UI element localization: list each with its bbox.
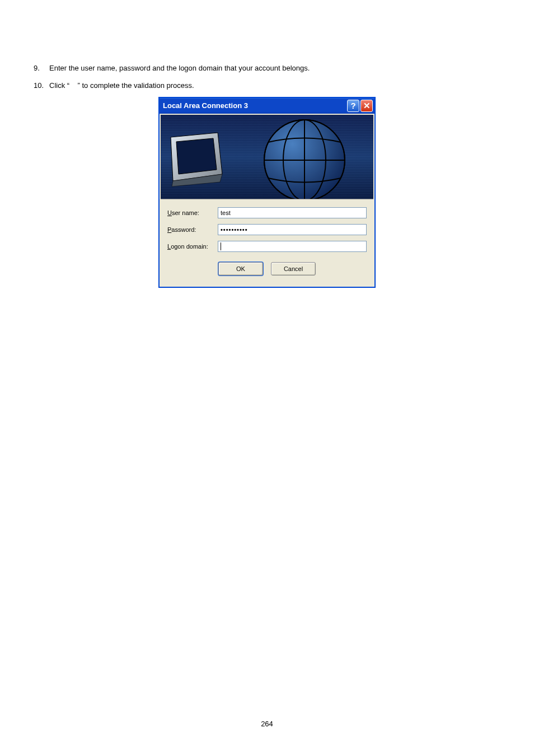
label-rest: ogon domain:: [171, 243, 208, 250]
dialog-title: Local Area Connection 3: [163, 101, 248, 110]
step-text-part: Click “: [49, 81, 69, 90]
cancel-button[interactable]: Cancel: [271, 262, 316, 276]
password-field[interactable]: ••••••••••: [218, 224, 367, 235]
dialog-banner: [161, 115, 373, 199]
help-icon: ?: [350, 101, 355, 110]
close-icon: ✕: [363, 101, 371, 110]
svg-marker-1: [176, 138, 217, 174]
step-number: 10.: [34, 79, 49, 92]
titlebar-buttons: ? ✕: [347, 100, 373, 112]
text-cursor: [221, 242, 221, 250]
dialog-wrapper: Local Area Connection 3 ? ✕: [34, 97, 500, 288]
document-content: 9. Enter the user name, password and the…: [0, 0, 534, 288]
dialog-button-row: OK Cancel: [167, 258, 367, 284]
close-button[interactable]: ✕: [360, 100, 373, 112]
username-label: User name:: [167, 209, 218, 216]
password-value: ••••••••••: [221, 226, 248, 233]
username-value: test: [221, 209, 231, 216]
page-number: 264: [0, 720, 534, 728]
monitor-icon: [166, 130, 228, 192]
logon-domain-field[interactable]: [218, 241, 367, 252]
step-10: 10. Click “ ” to complete the validation…: [34, 79, 500, 92]
help-button[interactable]: ?: [347, 100, 359, 112]
titlebar[interactable]: Local Area Connection 3 ? ✕: [160, 98, 374, 114]
username-field[interactable]: test: [218, 207, 367, 218]
username-row: User name: test: [167, 207, 367, 218]
step-text: Enter the user name, password and the lo…: [49, 62, 500, 74]
cancel-button-label: Cancel: [284, 265, 303, 272]
step-text: Click “ ” to complete the validation pro…: [49, 79, 500, 92]
logon-domain-label: Logon domain:: [167, 243, 218, 250]
step-number: 9.: [34, 62, 49, 74]
label-rest: ser name:: [172, 209, 199, 216]
logon-domain-row: Logon domain:: [167, 241, 367, 252]
globe-icon: [261, 117, 348, 199]
password-row: Password: ••••••••••: [167, 224, 367, 235]
label-rest: assword:: [171, 226, 196, 233]
login-dialog: Local Area Connection 3 ? ✕: [158, 97, 376, 288]
mnemonic: U: [167, 209, 172, 216]
dialog-form: User name: test Password: •••••••••• Log…: [160, 200, 374, 287]
step-9: 9. Enter the user name, password and the…: [34, 62, 500, 74]
ok-button-label: OK: [236, 265, 245, 272]
step-text-part: ” to complete the validation process.: [78, 81, 194, 90]
ok-button[interactable]: OK: [218, 262, 263, 276]
password-label: Password:: [167, 226, 218, 233]
